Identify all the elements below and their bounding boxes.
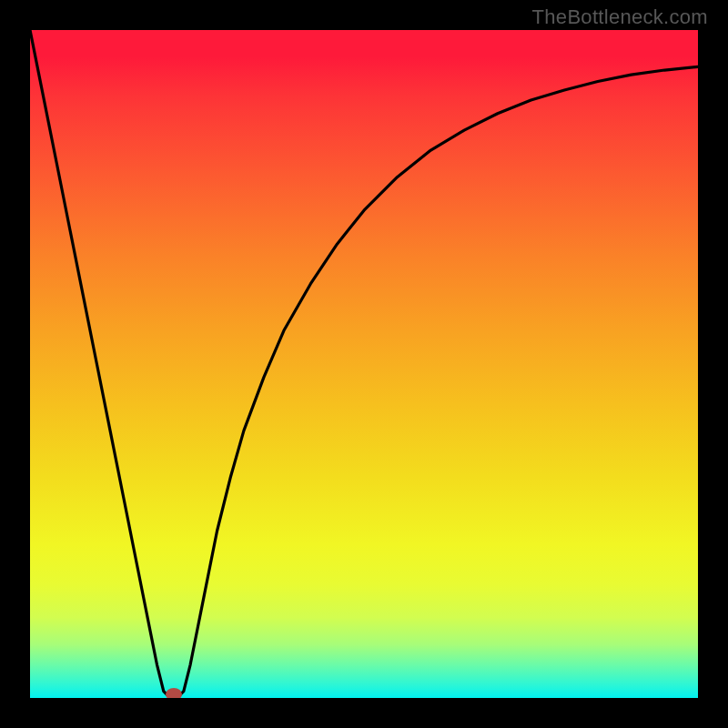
- chart-frame: TheBottleneck.com: [0, 0, 728, 728]
- watermark-text: TheBottleneck.com: [532, 5, 708, 29]
- bottleneck-curve: [30, 30, 698, 698]
- optimal-point-marker: [166, 688, 182, 698]
- plot-area: [30, 30, 698, 698]
